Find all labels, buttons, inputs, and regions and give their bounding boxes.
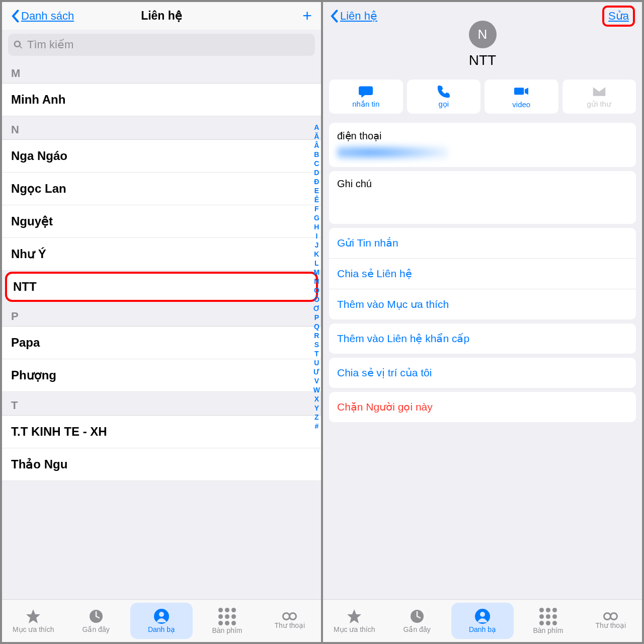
index-letter[interactable]: X (314, 394, 319, 404)
phone-action-button[interactable]: gọi (407, 79, 481, 114)
message-icon (358, 85, 374, 99)
alphabet-index[interactable]: AĂÂBCDĐEÊFGHIJKLMNOÔƠPQRSTUƯVWXYZ# (313, 123, 320, 431)
index-letter[interactable]: G (314, 213, 319, 222)
index-letter[interactable]: D (314, 168, 319, 177)
notes-card[interactable]: Ghi chú (329, 171, 636, 224)
index-letter[interactable]: J (314, 240, 318, 250)
index-letter[interactable]: Ư (313, 367, 319, 376)
tab-label: Danh bạ (469, 625, 496, 633)
tab-label: Gần đây (83, 625, 110, 633)
search-placeholder: Tìm kiếm (27, 38, 73, 51)
clock-icon (409, 608, 425, 624)
tab-0[interactable]: Mục ưa thích (2, 600, 64, 642)
contact-row[interactable]: Phượng (2, 359, 321, 392)
index-letter[interactable]: M (314, 268, 320, 277)
index-letter[interactable]: K (314, 250, 319, 259)
tab-label: Mục ưa thích (13, 625, 54, 633)
index-letter[interactable]: P (314, 313, 319, 322)
contact-row[interactable]: Thảo Ngu (2, 448, 321, 481)
contact-row[interactable]: Minh Anh (2, 84, 321, 116)
index-letter[interactable]: Đ (314, 177, 319, 186)
tab-3[interactable]: Bàn phím (517, 600, 579, 642)
contact-icon (153, 608, 170, 624)
contact-row[interactable]: Như Ý (2, 238, 321, 271)
option-item[interactable]: Chia sẻ vị trí của tôi (329, 358, 636, 388)
option-group-d: Chặn Người gọi này (329, 392, 636, 422)
index-letter[interactable]: Y (314, 404, 319, 413)
option-group-a: Gửi Tin nhắnChia sẻ Liên hệThêm vào Mục … (329, 228, 636, 319)
index-letter[interactable]: L (314, 259, 319, 268)
tab-4[interactable]: Thư thoại (580, 600, 642, 642)
index-letter[interactable]: O (314, 286, 319, 295)
contact-detail-screen: Liên hệ Sửa N NTT nhắn tingọivideogửi th… (323, 2, 642, 642)
index-letter[interactable]: N (314, 277, 319, 286)
message-action-button[interactable]: nhắn tin (329, 79, 403, 114)
index-letter[interactable]: Q (314, 322, 319, 331)
index-letter[interactable]: Ơ (313, 304, 320, 313)
contacts-list-screen: Danh sách Liên hệ + Tìm kiếm MMinh AnhNN… (2, 2, 321, 642)
index-letter[interactable]: Ă (314, 132, 319, 141)
index-letter[interactable]: S (314, 340, 319, 349)
contact-row[interactable]: Nga Ngáo (2, 140, 321, 173)
avatar: N (469, 21, 497, 48)
option-item[interactable]: Thêm vào Liên hệ khẩn cấp (329, 324, 636, 354)
contact-row[interactable]: Nguyệt (2, 205, 321, 238)
contact-row[interactable]: Ngọc Lan (2, 173, 321, 205)
tab-1[interactable]: Gần đây (385, 600, 448, 642)
index-letter[interactable]: Z (314, 413, 319, 422)
index-letter[interactable]: B (314, 150, 319, 159)
back-button[interactable]: Liên hệ (330, 9, 377, 23)
contact-row[interactable]: NTT (5, 272, 318, 302)
action-label: gọi (438, 100, 449, 109)
contact-name: NTT (469, 52, 496, 68)
back-label: Danh sách (21, 10, 74, 23)
index-letter[interactable]: F (314, 204, 319, 213)
tab-1[interactable]: Gần đây (64, 600, 127, 642)
option-item[interactable]: Gửi Tin nhắn (329, 228, 636, 259)
index-letter[interactable]: Ô (314, 295, 319, 304)
index-letter[interactable]: A (314, 123, 319, 132)
tab-3[interactable]: Bàn phím (196, 600, 258, 642)
index-letter[interactable]: T (314, 349, 319, 358)
phone-card[interactable]: điện thoại (329, 123, 636, 167)
detail-header: Liên hệ Sửa N NTT (323, 2, 642, 74)
tab-2[interactable]: Danh bạ (451, 603, 514, 639)
tab-label: Thư thoại (595, 621, 626, 629)
contact-icon (474, 608, 491, 624)
tab-label: Bàn phím (533, 626, 563, 634)
index-letter[interactable]: Â (314, 141, 319, 150)
back-button[interactable]: Danh sách (11, 9, 74, 23)
tab-4[interactable]: Thư thoại (259, 600, 321, 642)
index-letter[interactable]: I (315, 231, 317, 240)
star-icon (25, 608, 41, 624)
tab-2[interactable]: Danh bạ (130, 603, 193, 639)
index-letter[interactable]: U (314, 358, 319, 367)
phone-label: điện thoại (337, 130, 628, 142)
index-letter[interactable]: E (314, 186, 319, 195)
video-icon (513, 85, 529, 99)
option-item[interactable]: Thêm vào Mục ưa thích (329, 289, 636, 319)
contact-row[interactable]: Papa (2, 327, 321, 359)
index-letter[interactable]: C (314, 159, 319, 168)
index-letter[interactable]: W (313, 385, 320, 394)
video-action-button[interactable]: video (485, 79, 558, 114)
search-input[interactable]: Tìm kiếm (8, 34, 315, 56)
tab-0[interactable]: Mục ưa thích (323, 600, 385, 642)
option-item[interactable]: Chia sẻ Liên hệ (329, 259, 636, 289)
add-contact-button[interactable]: + (302, 7, 312, 25)
index-letter[interactable]: # (314, 422, 318, 431)
edit-button[interactable]: Sửa (608, 10, 629, 22)
index-letter[interactable]: V (314, 376, 319, 385)
section-header: N (2, 116, 321, 140)
index-letter[interactable]: R (314, 331, 319, 340)
svg-point-5 (480, 612, 485, 617)
contact-row[interactable]: T.T KINH TE - XH (2, 416, 321, 448)
tab-label: Thư thoại (274, 621, 305, 629)
mail-action-button: gửi thư (562, 79, 636, 114)
action-row: nhắn tingọivideogửi thư (323, 74, 642, 119)
index-letter[interactable]: Ê (314, 195, 319, 204)
option-item[interactable]: Chặn Người gọi này (329, 392, 636, 422)
section-header: T (2, 392, 321, 416)
contact-list[interactable]: MMinh AnhNNga NgáoNgọc LanNguyệtNhư ÝNTT… (2, 60, 321, 599)
index-letter[interactable]: H (314, 222, 319, 231)
